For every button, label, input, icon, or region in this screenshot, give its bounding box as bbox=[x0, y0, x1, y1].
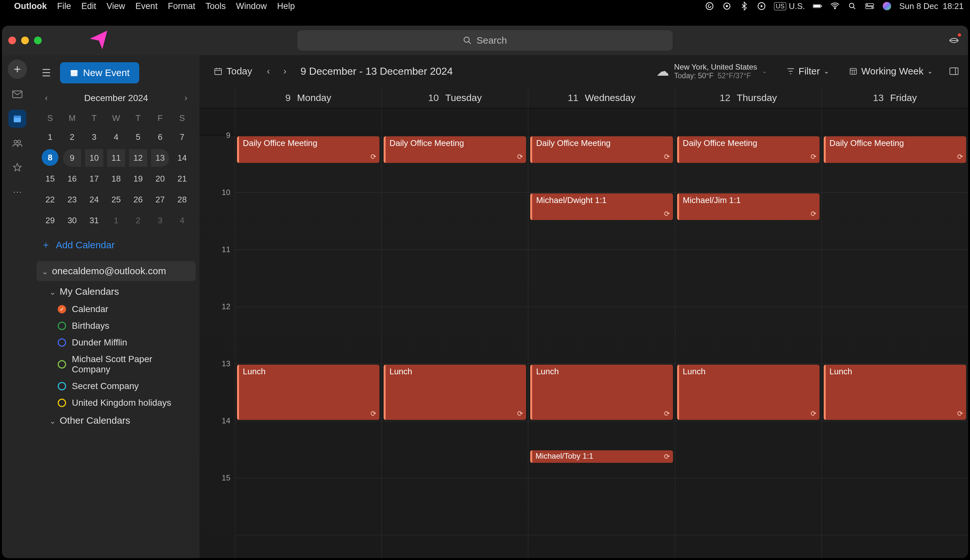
mini-cal-day[interactable]: 15 bbox=[41, 170, 59, 188]
mini-cal-day[interactable]: 12 bbox=[129, 149, 147, 167]
mini-cal-day[interactable]: 30 bbox=[63, 212, 82, 229]
mini-cal-day[interactable]: 21 bbox=[173, 170, 191, 188]
mini-cal-day[interactable]: 13 bbox=[151, 149, 169, 167]
panel-toggle-icon[interactable] bbox=[950, 67, 958, 75]
calendar-item[interactable]: Birthdays bbox=[37, 318, 196, 334]
mini-cal-day[interactable]: 29 bbox=[41, 212, 59, 229]
calendar-event[interactable]: Lunch⟳ bbox=[530, 365, 673, 420]
calendar-item[interactable]: Secret Company bbox=[37, 378, 196, 395]
new-event-button[interactable]: New Event bbox=[60, 62, 139, 83]
mini-cal-day[interactable]: 2 bbox=[63, 128, 82, 146]
calendar-item[interactable]: ✓Calendar bbox=[37, 301, 196, 318]
calendar-event[interactable]: Lunch⟳ bbox=[237, 365, 380, 420]
calendar-event[interactable]: Daily Office Meeting⟳ bbox=[530, 136, 673, 163]
day-column[interactable]: Daily Office Meeting⟳Michael/Jim 1:1⟳Lun… bbox=[675, 135, 822, 558]
mini-cal-day[interactable]: 27 bbox=[151, 191, 169, 208]
mini-cal-day[interactable]: 3 bbox=[151, 212, 169, 229]
people-icon[interactable] bbox=[8, 134, 26, 152]
mini-cal-day[interactable]: 14 bbox=[173, 149, 191, 167]
menu-file[interactable]: File bbox=[57, 1, 71, 11]
prev-week-icon[interactable]: ‹ bbox=[264, 65, 273, 78]
menu-event[interactable]: Event bbox=[135, 1, 157, 11]
mini-cal-day[interactable]: 26 bbox=[129, 191, 147, 208]
day-header[interactable]: 12Thursday bbox=[675, 87, 822, 108]
mini-cal-day[interactable]: 25 bbox=[107, 191, 125, 208]
menu-tools[interactable]: Tools bbox=[206, 1, 226, 11]
calendar-event[interactable]: Daily Office Meeting⟳ bbox=[383, 136, 526, 163]
mini-cal-day[interactable]: 4 bbox=[173, 212, 191, 229]
mini-cal-day[interactable]: 23 bbox=[63, 191, 82, 208]
menu-window[interactable]: Window bbox=[236, 1, 267, 11]
other-calendars-group[interactable]: Other Calendars bbox=[37, 411, 196, 430]
calendar-event[interactable]: Michael/Toby 1:1⟳ bbox=[530, 450, 673, 463]
day-header[interactable]: 10Tuesday bbox=[382, 87, 528, 108]
mini-cal-day[interactable]: 20 bbox=[151, 170, 169, 188]
mini-cal-day[interactable]: 1 bbox=[41, 128, 59, 146]
mini-cal-day[interactable]: 5 bbox=[129, 128, 147, 146]
calendar-event[interactable]: Michael/Dwight 1:1⟳ bbox=[530, 193, 673, 220]
play-record-icon[interactable] bbox=[757, 1, 766, 11]
more-icon[interactable]: ⋯ bbox=[8, 183, 26, 201]
mini-cal-day[interactable]: 11 bbox=[107, 149, 125, 167]
mini-cal-day[interactable]: 17 bbox=[85, 170, 103, 188]
day-column[interactable]: Daily Office Meeting⟳Lunch⟳ bbox=[382, 135, 528, 558]
calendar-icon[interactable] bbox=[8, 110, 26, 128]
next-week-icon[interactable]: › bbox=[280, 65, 289, 78]
add-calendar-button[interactable]: ＋ Add Calendar bbox=[37, 230, 196, 260]
mini-cal-day[interactable]: 10 bbox=[85, 149, 103, 167]
today-button[interactable]: Today bbox=[209, 63, 257, 79]
mini-cal-day[interactable]: 8 bbox=[42, 149, 58, 166]
bluetooth-icon[interactable] bbox=[739, 1, 749, 11]
mini-cal-day[interactable]: 18 bbox=[107, 170, 125, 188]
grid-body[interactable]: 9101112131415 Daily Office Meeting⟳Lunch… bbox=[200, 135, 968, 558]
day-header[interactable]: 11Wednesday bbox=[528, 87, 675, 108]
prev-month-icon[interactable]: ‹ bbox=[42, 92, 50, 104]
mini-cal-day[interactable]: 9 bbox=[63, 149, 82, 167]
calendar-event[interactable]: Daily Office Meeting⟳ bbox=[677, 136, 820, 163]
mini-cal-day[interactable]: 3 bbox=[85, 128, 103, 146]
siri-icon[interactable] bbox=[882, 1, 892, 11]
close-window-icon[interactable] bbox=[8, 37, 16, 44]
favorites-icon[interactable] bbox=[8, 158, 26, 177]
menu-edit[interactable]: Edit bbox=[82, 1, 97, 11]
control-center-icon[interactable] bbox=[865, 1, 874, 11]
calendar-event[interactable]: Lunch⟳ bbox=[677, 365, 820, 420]
next-month-icon[interactable]: › bbox=[182, 92, 190, 104]
minimize-window-icon[interactable] bbox=[21, 37, 29, 44]
weather-widget[interactable]: ☁ New York, United States Today: 50°F 52… bbox=[656, 63, 767, 80]
mini-cal-day[interactable]: 28 bbox=[173, 191, 191, 208]
menu-view[interactable]: View bbox=[107, 1, 125, 11]
menu-format[interactable]: Format bbox=[168, 1, 195, 11]
day-header[interactable]: 13Friday bbox=[822, 87, 968, 108]
input-source[interactable]: USU.S. bbox=[774, 1, 805, 11]
mini-cal-day[interactable]: 2 bbox=[129, 212, 147, 229]
mini-cal-day[interactable]: 31 bbox=[85, 212, 103, 229]
account-row[interactable]: onecaldemo@outlook.com bbox=[37, 261, 196, 281]
mini-cal-day[interactable]: 4 bbox=[107, 128, 125, 146]
target-icon[interactable] bbox=[722, 1, 732, 11]
menu-app[interactable]: Outlook bbox=[14, 1, 47, 11]
wifi-icon[interactable] bbox=[830, 1, 840, 11]
day-column[interactable]: Daily Office Meeting⟳Lunch⟳ bbox=[235, 135, 382, 558]
searchbar[interactable]: Search bbox=[297, 30, 673, 51]
calendar-item[interactable]: United Kingdom holidays bbox=[37, 395, 196, 411]
mini-cal-day[interactable]: 1 bbox=[107, 212, 125, 229]
my-calendars-group[interactable]: My Calendars bbox=[37, 282, 196, 301]
grammarly-icon[interactable] bbox=[705, 1, 714, 11]
filter-button[interactable]: Filter ⌄ bbox=[787, 66, 829, 77]
view-selector[interactable]: Working Week ⌄ bbox=[849, 66, 933, 77]
menubar-datetime[interactable]: Sun 8 Dec18:21 bbox=[900, 1, 963, 11]
day-column[interactable]: Daily Office Meeting⟳Michael/Dwight 1:1⟳… bbox=[528, 135, 675, 558]
calendar-item[interactable]: Dunder Mifflin bbox=[37, 334, 196, 351]
menu-help[interactable]: Help bbox=[277, 1, 295, 11]
mini-cal-day[interactable]: 6 bbox=[151, 128, 169, 146]
mini-cal-day[interactable]: 7 bbox=[173, 128, 191, 146]
compose-button[interactable] bbox=[8, 60, 27, 79]
spotlight-icon[interactable] bbox=[847, 1, 857, 11]
mini-cal-day[interactable]: 22 bbox=[41, 191, 59, 208]
battery-icon[interactable] bbox=[813, 1, 822, 11]
mini-cal-day[interactable]: 24 bbox=[85, 191, 103, 208]
calendar-item[interactable]: Michael Scott Paper Company bbox=[37, 351, 196, 378]
mini-cal-day[interactable]: 16 bbox=[63, 170, 82, 188]
calendar-event[interactable]: Lunch⟳ bbox=[383, 365, 526, 420]
